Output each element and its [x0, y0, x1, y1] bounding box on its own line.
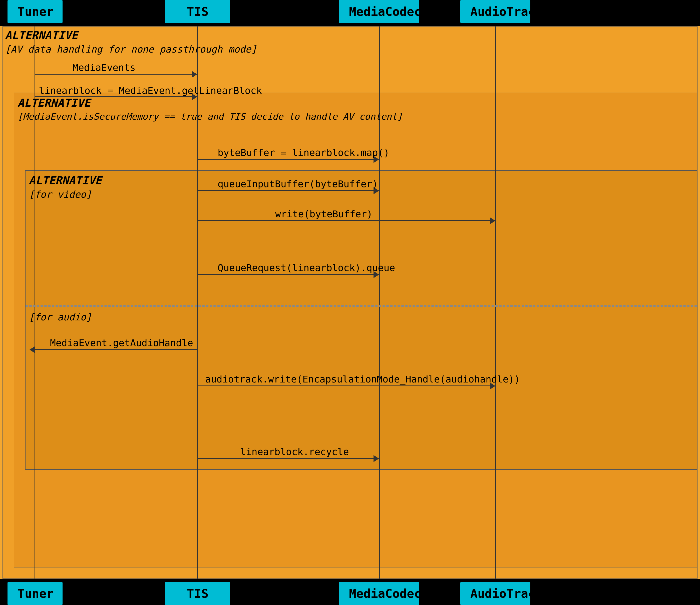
- write-arrowhead: [490, 217, 495, 224]
- alt2-label: ALTERNATIVE: [18, 96, 90, 109]
- bytebuffer-arrow-line: [198, 159, 379, 160]
- queue-request-label: QueueRequest(linearblock).queue: [218, 262, 395, 273]
- alt1-label: ALTERNATIVE: [5, 29, 78, 42]
- tuner-footer: Tuner: [7, 582, 62, 605]
- mediacodec-header: MediaCodec: [339, 0, 419, 23]
- queue-request-arrow-line: [198, 274, 379, 275]
- linearblock-recycle-arrowhead: [374, 455, 379, 462]
- get-audio-handle-arrow-line: [35, 349, 197, 350]
- audiotrack-header: AudioTrack: [460, 0, 530, 23]
- tis-header: TIS: [165, 0, 230, 23]
- dashed-separator: [26, 306, 697, 307]
- tis-footer: TIS: [165, 582, 230, 605]
- get-audio-handle-label: MediaEvent.getAudioHandle: [50, 337, 193, 348]
- alt2-condition: [MediaEvent.isSecureMemory == true and T…: [18, 112, 403, 122]
- get-audio-handle-arrowhead: [29, 346, 35, 353]
- tis-lifeline: [197, 26, 198, 579]
- alt3-condition-audio: [for audio]: [29, 312, 92, 323]
- tuner-header: Tuner: [7, 0, 62, 23]
- diagram-container: Tuner TIS MediaCodec AudioTrack Tuner TI…: [0, 0, 700, 605]
- write-label: write(byteBuffer): [275, 209, 373, 219]
- media-events-arrowhead: [192, 71, 197, 78]
- bytebuffer-label: byteBuffer = linearblock.map(): [218, 147, 389, 158]
- alt3-condition-video: [for video]: [29, 189, 92, 200]
- audiotrack-write-arrow-line: [198, 386, 496, 386]
- linearblock-recycle-label: linearblock.recycle: [240, 446, 349, 457]
- mediacodec-lifeline: [379, 26, 380, 579]
- queue-input-arrow-line: [198, 190, 379, 191]
- write-arrow-line: [198, 220, 496, 221]
- mediacodec-footer: MediaCodec: [339, 582, 419, 605]
- media-events-arrow-line: [35, 74, 197, 75]
- queue-input-label: queueInputBuffer(byteBuffer): [218, 178, 378, 190]
- alt3-label: ALTERNATIVE: [29, 174, 102, 187]
- audiotrack-write-label: audiotrack.write(EncapsulationMode_Handl…: [205, 374, 520, 385]
- audiotrack-footer: AudioTrack: [460, 582, 530, 605]
- audiotrack-lifeline: [495, 26, 496, 579]
- linearblock-recycle-arrow-line: [198, 458, 379, 459]
- media-events-label: MediaEvents: [73, 62, 135, 73]
- linearblock-label: linearblock = MediaEvent.getLinearBlock: [39, 85, 262, 96]
- alt1-condition: [AV data handling for none passthrough m…: [5, 44, 257, 55]
